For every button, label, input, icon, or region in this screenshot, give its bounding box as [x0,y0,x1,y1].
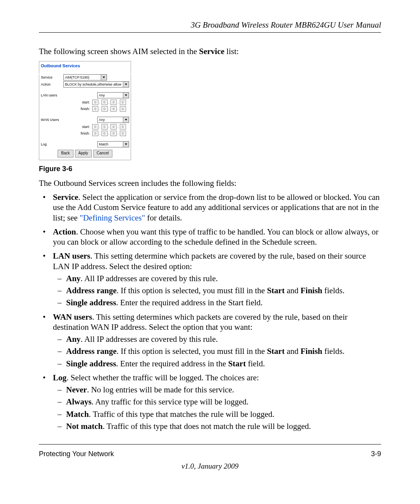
term-log: Log [53,373,66,382]
select-action-value: BLOCK by schedule,otherwise allow [64,82,123,86]
wan-start-row: start: 0. 0. 0. 0 [63,124,129,130]
intro-post: list: [224,47,239,56]
select-wan-value: Any [98,118,123,122]
wan-single: Single address. Enter the required addre… [53,359,381,369]
intro-paragraph: The following screen shows AIM selected … [39,47,381,56]
wan-finish-row: finish: 0. 0. 0. 0 [63,131,129,136]
lan-single: Single address. Enter the required addre… [53,298,381,308]
chevron-down-icon [123,82,129,87]
lead-paragraph: The Outbound Services screen includes th… [39,178,381,188]
lan-finish-row: finish: 0. 0. 0. 0 [63,106,129,112]
ip-octet-input[interactable]: 0 [92,124,98,130]
term-lan-users: LAN users [53,251,90,261]
ip-octet-input[interactable]: 0 [110,100,117,105]
running-header: 3G Broadband Wireless Router MBR624GU Us… [39,20,381,30]
panel-body: Service AIM(TCP:5190) Action BLOCK by sc… [39,74,131,160]
lan-start-row: start: 0. 0. 0. 0 [63,100,129,105]
select-action[interactable]: BLOCK by schedule,otherwise allow [63,81,129,88]
label-lan-users: LAN users [41,93,63,97]
label-action: Action [41,82,63,86]
label-wan-users: WAN Users [41,118,63,122]
footer-version: v1.0, January 2009 [0,462,420,471]
lan-any: Any. All IP addresses are covered by thi… [53,273,381,284]
item-log: Log. Select whether the traffic will be … [39,373,381,431]
figure-caption: Figure 3-6 [39,165,381,173]
ip-octet-input[interactable]: 0 [110,124,117,130]
term-action: Action [53,227,76,236]
manual-page: 3G Broadband Wireless Router MBR624GU Us… [0,0,420,504]
label-start: start: [63,125,91,129]
log-match: Match. Traffic of this type that matches… [53,409,381,419]
item-service: Service. Select the application or servi… [39,192,381,223]
lan-range: Address range. If this option is selecte… [53,285,381,296]
cancel-button[interactable]: Cancel [93,150,112,158]
intro-pre: The following screen shows AIM selected … [39,47,199,56]
chevron-down-icon [101,75,107,80]
ip-octet-input[interactable]: 0 [120,131,126,136]
term-wan-users: WAN users [53,312,92,322]
ip-octet-input[interactable]: 0 [110,106,117,112]
log-never: Never. No log entries will be made for t… [53,385,381,395]
item-action: Action. Choose when you want this type o… [39,227,381,247]
header-rule [39,32,381,33]
figure-screenshot: Outbound Services Service AIM(TCP:5190) … [39,61,131,160]
ip-octet-input[interactable]: 0 [92,106,98,112]
select-log[interactable]: Match [97,141,129,147]
ip-octet-input[interactable]: 0 [120,100,126,105]
select-log-value: Match [98,142,123,146]
ip-octet-input[interactable]: 0 [92,100,98,105]
footer-rule [39,444,381,444]
footer-row: Protecting Your Network 3-9 [39,450,381,458]
intro-bold: Service [199,47,224,56]
chevron-down-icon [123,142,129,147]
ip-octet-input[interactable]: 0 [110,131,117,136]
log-notmatch: Not match. Traffic of this type that doe… [53,421,381,431]
field-list: Service. Select the application or servi… [39,192,381,431]
ip-octet-input[interactable]: 0 [102,100,108,105]
apply-button[interactable]: Apply [75,150,92,158]
footer-section: Protecting Your Network [39,450,114,458]
item-wan-users: WAN users. This setting determines which… [39,312,381,369]
footer-page: 3-9 [371,450,381,458]
wan-range: Address range. If this option is selecte… [53,346,381,356]
panel-title: Outbound Services [39,61,131,74]
chevron-down-icon [123,93,129,98]
item-lan-users: LAN users. This setting determine which … [39,251,381,308]
label-start: start: [63,100,91,104]
ip-octet-input[interactable]: 0 [102,124,108,130]
label-finish: finish: [63,131,91,135]
wan-any: Any. All IP addresses are covered by thi… [53,334,381,344]
label-log: Log [41,142,63,146]
ip-octet-input[interactable]: 0 [102,131,108,136]
term-service: Service [53,192,78,202]
back-button[interactable]: Back [58,150,73,158]
ip-octet-input[interactable]: 0 [120,124,126,130]
select-service[interactable]: AIM(TCP:5190) [63,74,107,80]
chevron-down-icon [123,117,129,122]
log-always: Always. Any traffic for this service typ… [53,397,381,407]
ip-octet-input[interactable]: 0 [102,106,108,112]
select-lan-value: Any [98,93,123,97]
label-service: Service [41,75,63,79]
ip-octet-input[interactable]: 0 [92,131,98,136]
select-lan-users[interactable]: Any [97,92,129,98]
ip-octet-input[interactable]: 0 [120,106,126,112]
select-service-value: AIM(TCP:5190) [64,75,101,79]
xref-defining-services[interactable]: "Defining Services" [80,213,145,222]
select-wan-users[interactable]: Any [97,117,129,123]
label-finish: finish: [63,107,91,111]
